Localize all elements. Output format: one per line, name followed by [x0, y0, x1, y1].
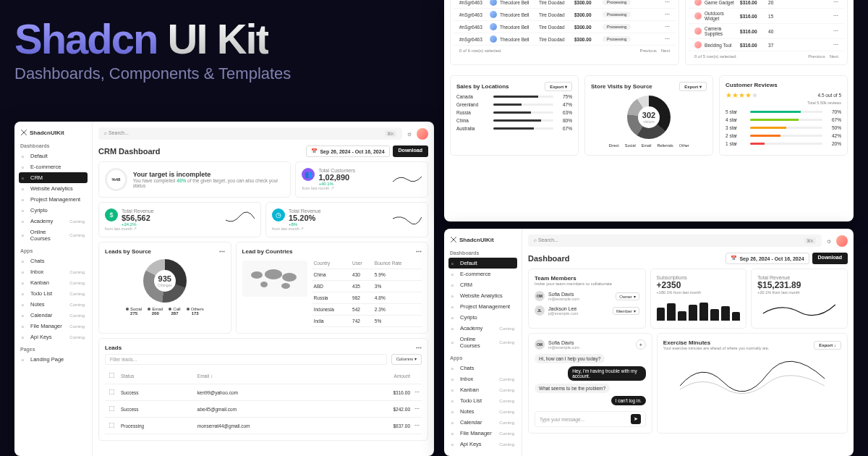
sidebar-item-project-management[interactable]: ▫Project Management [19, 194, 88, 205]
sidebar-item-project-management[interactable]: ▫Project Management [448, 301, 517, 312]
chat-message: I can't log in. [611, 396, 646, 405]
sidebar-item-notes[interactable]: ▫NotesComing [19, 299, 88, 310]
team-member-row: OMSofia Davism@example.comOwner ▾ [535, 289, 639, 303]
sidebar-item-academy[interactable]: ▫AcademyComing [448, 323, 517, 334]
more-icon[interactable]: ⋯ [833, 13, 838, 19]
more-icon[interactable]: ⋯ [665, 24, 670, 30]
main-content: ⌕ Search... ⌘K ☼ Dashboard 📅 Sep 26, 202… [522, 229, 854, 444]
more-icon[interactable]: ⋯ [833, 28, 838, 34]
sparkline-icon [226, 211, 255, 226]
nav-icon: ▫ [451, 282, 457, 288]
sidebar-item-e-commerce[interactable]: ▫E-commerce [19, 161, 88, 172]
sidebar-item-calendar[interactable]: ▫CalendarComing [19, 310, 88, 321]
table-row: #nSgr6463Theodore BellTire Doodad$300.00… [454, 33, 676, 46]
more-icon[interactable]: ⋯ [665, 0, 670, 5]
filter-leads-input[interactable]: Filter leads... [105, 354, 387, 365]
theme-toggle-icon[interactable]: ☼ [826, 237, 832, 245]
more-icon[interactable]: ⋯ [665, 36, 670, 42]
logo-icon [450, 236, 457, 243]
chat-message: What seems to be the problem? [535, 384, 610, 393]
export-button[interactable]: Export ▾ [679, 82, 707, 91]
more-icon[interactable]: ⋯ [219, 248, 225, 255]
user-avatar[interactable] [417, 128, 428, 140]
stat-customers: 👥 Total Customers 1,02,890 +40.1% from l… [295, 161, 428, 198]
more-icon[interactable]: ⋯ [665, 12, 670, 17]
role-select[interactable]: Owner ▾ [616, 292, 639, 300]
sidebar-item-online-courses[interactable]: ▫Online CoursesComing [448, 334, 517, 351]
sidebar-item-inbox[interactable]: ▫InboxComing [19, 266, 88, 277]
add-button[interactable]: + [636, 339, 646, 350]
nav-icon: ▫ [22, 324, 27, 329]
nav-icon: ▫ [451, 431, 457, 436]
prev-button[interactable]: Previous [639, 48, 656, 53]
sidebar-item-crm[interactable]: ▫CRM [448, 279, 517, 290]
app-logo[interactable]: ShadcnUIKit [19, 126, 88, 139]
sparkline-icon [393, 211, 422, 226]
crm-dashboard-screenshot: ShadcnUIKit Dashboards ▫Default▫E-commer… [14, 122, 434, 456]
download-button[interactable]: Download [393, 145, 428, 157]
app-logo[interactable]: ShadcnUIKit [448, 233, 517, 246]
prev-button[interactable]: Previous [808, 54, 825, 59]
sidebar-item-academy[interactable]: ▫AcademyComing [19, 216, 88, 227]
more-icon[interactable]: ⋯ [833, 42, 838, 48]
sidebar-item-default[interactable]: ▫Default [19, 151, 88, 161]
chat-input[interactable]: Type your message...➤ [535, 411, 646, 427]
sidebar-item-crm[interactable]: ▫CRM [19, 172, 88, 183]
lead-by-countries-card: Lead by Countries⋯ CountryUserBounce Rat… [236, 242, 428, 334]
sidebar-item-todo-list[interactable]: ▫Todo ListComing [19, 288, 88, 299]
send-icon[interactable]: ➤ [631, 414, 641, 424]
export-button[interactable]: Export ↓ [814, 341, 841, 350]
more-icon[interactable]: ⋯ [416, 248, 422, 255]
sidebar-item-notes[interactable]: ▫NotesComing [448, 406, 517, 417]
sidebar-item-website-analytics[interactable]: ▫Website Analytics [19, 183, 88, 194]
sidebar-item-default[interactable]: ▫Default [448, 258, 517, 269]
next-button[interactable]: Next [830, 54, 838, 59]
more-icon[interactable]: ⋯ [833, 0, 838, 5]
columns-button[interactable]: Columns ▾ [391, 354, 422, 365]
more-icon[interactable]: ⋯ [416, 345, 422, 351]
sidebar-item-online-courses[interactable]: ▫Online CoursesComing [19, 227, 88, 244]
sidebar-item-file-manager[interactable]: ▫File ManagerComing [19, 321, 88, 332]
download-button[interactable]: Download [812, 253, 848, 264]
select-all-checkbox[interactable] [109, 373, 115, 379]
search-input[interactable]: ⌕ Search... ⌘K [98, 127, 402, 140]
sidebar-item-todo-list[interactable]: ▫Todo ListComing [448, 395, 517, 406]
nav-icon: ▫ [451, 315, 457, 321]
sidebar-item-landing-page[interactable]: ▫Landing Page [19, 354, 88, 365]
more-icon[interactable]: ⋯ [412, 384, 422, 401]
theme-toggle-icon[interactable]: ☼ [407, 130, 412, 138]
sidebar-item-website-analytics[interactable]: ▫Website Analytics [448, 290, 517, 301]
row-checkbox[interactable] [109, 423, 115, 428]
row-checkbox[interactable] [109, 389, 115, 395]
more-icon[interactable]: ⋯ [412, 401, 422, 418]
nav-icon: ▫ [22, 164, 27, 170]
sidebar-item-chats[interactable]: ▫Chats [448, 363, 517, 373]
date-range-picker[interactable]: 📅 Sep 26, 2024 - Oct 16, 2024 [726, 253, 809, 264]
sidebar-item-cyripto[interactable]: ▫Cyripto [19, 205, 88, 216]
sidebar-item-chats[interactable]: ▫Chats [19, 256, 88, 266]
customer-avatar [490, 23, 497, 30]
sidebar-item-kanban[interactable]: ▫KanbanComing [448, 384, 517, 395]
sidebar-section-apps: Apps [19, 244, 88, 256]
nav-icon: ▫ [22, 153, 27, 159]
sidebar-item-file-manager[interactable]: ▫File ManagerComing [448, 428, 517, 439]
user-avatar[interactable] [836, 235, 848, 247]
row-checkbox[interactable] [109, 406, 115, 412]
date-range-picker[interactable]: 📅 Sep 26, 2024 - Oct 16, 2024 [306, 145, 389, 157]
sidebar-item-e-commerce[interactable]: ▫E-commerce [448, 269, 517, 279]
nav-icon: ▫ [451, 293, 457, 299]
email-sort-header[interactable]: Email ↕ [195, 368, 353, 384]
more-icon[interactable]: ⋯ [412, 418, 422, 434]
export-button[interactable]: Export ▾ [545, 82, 572, 91]
sidebar-item-kanban[interactable]: ▫KanbanComing [19, 277, 88, 288]
nav-icon: ▫ [22, 269, 27, 275]
sidebar-item-api-keys[interactable]: ▫Api KeysComing [19, 332, 88, 342]
sidebar-item-cyripto[interactable]: ▫Cyripto [448, 312, 517, 323]
nav-icon: ▫ [22, 197, 27, 203]
search-input[interactable]: ⌕ Search... ⌘K [528, 235, 822, 247]
role-select[interactable]: Member ▾ [613, 307, 639, 315]
sidebar-item-api-keys[interactable]: ▫Api KeysComing [448, 439, 517, 449]
sidebar-item-calendar[interactable]: ▫CalendarComing [448, 417, 517, 428]
next-button[interactable]: Next [661, 48, 670, 53]
sidebar-item-inbox[interactable]: ▫InboxComing [448, 373, 517, 384]
